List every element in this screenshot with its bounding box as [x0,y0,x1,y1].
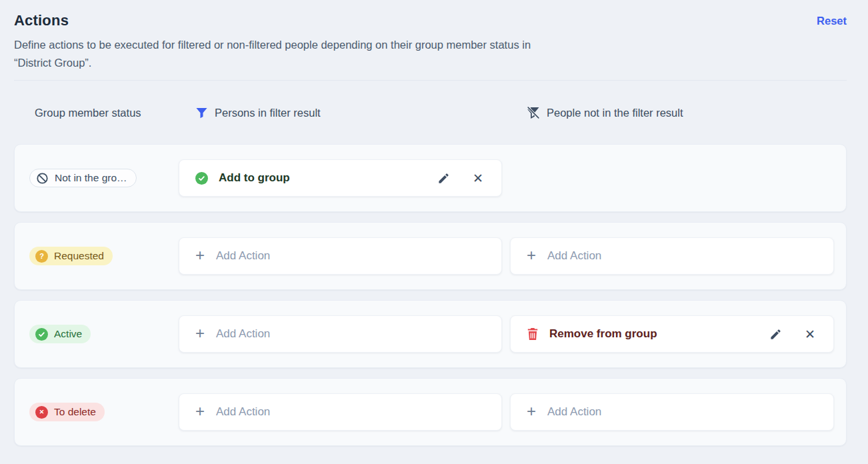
trash-icon [527,327,539,341]
plus-icon: + [527,403,536,419]
edit-action-button[interactable] [432,167,455,189]
check-circle-icon [195,172,208,185]
close-icon: ✕ [805,328,815,341]
filter-icon [195,107,208,119]
edit-action-button[interactable] [764,323,787,345]
pencil-icon [437,172,450,185]
add-action-button[interactable]: + Add Action [179,393,502,431]
pencil-icon [769,328,782,341]
remove-action-button[interactable]: ✕ [799,323,821,345]
plus-icon: + [527,247,536,263]
action-chip-add-to-group[interactable]: Add to group ✕ [179,159,502,197]
close-icon: ✕ [473,172,483,185]
add-action-button[interactable]: + Add Action [510,237,834,275]
table-row: ? Requested + Add Action + Add Action [14,222,847,290]
status-badge-to-delete: ✕ To delete [29,403,105,421]
action-label: Remove from group [549,327,657,341]
add-action-button[interactable]: + Add Action [510,393,834,431]
column-header-in-filter: Persons in filter result [178,107,501,119]
help-circle-icon: ? [35,250,48,263]
page-title: Actions [14,12,69,29]
table-header: Group member status Persons in filter re… [14,106,847,119]
table-row: ✕ To delete + Add Action + Add Action [14,378,847,446]
status-badge-active: Active [29,325,91,343]
remove-action-button[interactable]: ✕ [467,167,489,189]
description-line-1: Define actions to be executed for filter… [14,36,847,54]
reset-button[interactable]: Reset [817,15,847,27]
table-row: Active + Add Action [14,300,847,368]
table-row: Not in the gro… Add to group [14,144,847,212]
header-divider [14,80,847,81]
action-label: Add to group [219,171,290,185]
column-header-not-in-filter: People not in the filter result [509,106,833,119]
description-line-2: “District Group”. [14,54,847,72]
panel-header: Actions Reset [14,12,847,29]
plus-icon: + [195,247,205,263]
ban-icon [36,172,49,185]
add-action-button[interactable]: + Add Action [179,315,502,353]
action-chip-remove-from-group[interactable]: Remove from group ✕ [510,315,834,353]
x-circle-icon: ✕ [35,406,48,419]
panel-description: Define actions to be executed for filter… [14,36,847,72]
status-badge-requested: ? Requested [29,247,113,265]
add-action-button[interactable]: + Add Action [179,237,502,275]
plus-icon: + [195,325,205,341]
check-circle-icon [35,328,48,341]
status-badge-not-in-group: Not in the gro… [29,169,137,187]
filter-off-icon [527,106,540,119]
column-header-status: Group member status [14,107,178,119]
actions-panel: Actions Reset Define actions to be execu… [0,0,868,446]
plus-icon: + [195,403,205,419]
